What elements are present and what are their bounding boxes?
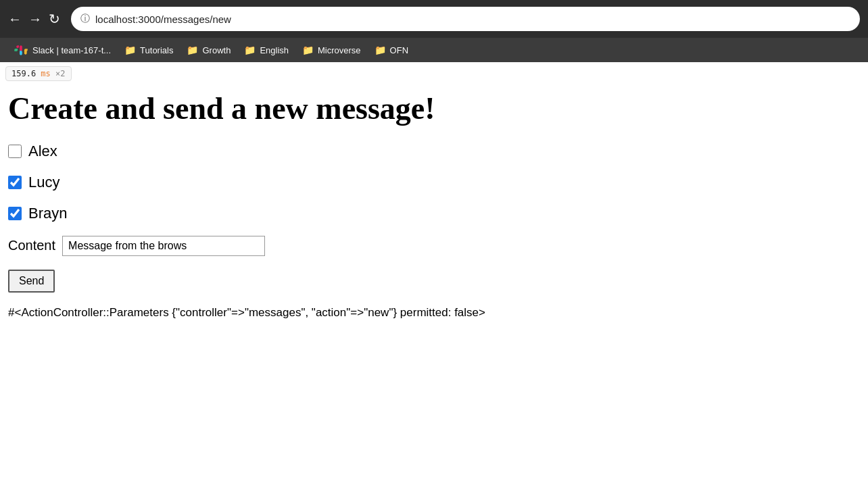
bookmark-microverse-label: Microverse: [318, 45, 361, 55]
folder-icon-growth: 📁: [187, 45, 198, 55]
reload-button[interactable]: ↻: [49, 11, 60, 27]
bookmark-english[interactable]: 📁 English: [239, 42, 294, 58]
bookmark-slack-label: Slack | team-167-t...: [32, 45, 111, 55]
recipients-group: Alex Lucy Brayn: [8, 143, 860, 222]
perf-multiplier: ×2: [55, 69, 65, 78]
checkbox-alex[interactable]: [8, 145, 22, 158]
bookmark-tutorials-label: Tutorials: [140, 45, 173, 55]
forward-button[interactable]: →: [28, 11, 42, 27]
content-input[interactable]: [62, 236, 265, 256]
folder-icon-tutorials: 📁: [124, 45, 136, 55]
bookmarks-bar: Slack | team-167-t... 📁 Tutorials 📁 Grow…: [0, 38, 868, 62]
info-icon: ⓘ: [80, 13, 90, 25]
page-title: Create and send a new message!: [8, 92, 860, 126]
checkbox-lucy[interactable]: [8, 176, 22, 189]
url-text: localhost:3000/messages/new: [95, 14, 231, 25]
label-lucy: Lucy: [28, 174, 59, 191]
slack-icon: [14, 43, 28, 57]
label-alex: Alex: [28, 143, 57, 160]
params-text: #<ActionController::Parameters {"control…: [8, 306, 860, 320]
recipient-brayn: Brayn: [8, 205, 860, 222]
performance-badge: 159.6 ms ×2: [5, 66, 72, 81]
address-bar[interactable]: ⓘ localhost:3000/messages/new: [71, 7, 860, 31]
folder-icon-english: 📁: [244, 45, 256, 55]
folder-icon-ofn: 📁: [375, 45, 386, 55]
page-content: Create and send a new message! Alex Lucy…: [0, 85, 868, 333]
bookmark-ofn[interactable]: 📁 OFN: [369, 42, 414, 58]
bookmark-slack[interactable]: Slack | team-167-t...: [8, 40, 116, 60]
bookmark-tutorials[interactable]: 📁 Tutorials: [119, 42, 178, 58]
back-button[interactable]: ←: [8, 11, 22, 27]
perf-value: 159.6: [11, 69, 36, 78]
perf-unit: ms: [36, 69, 51, 78]
nav-buttons: ← → ↻: [8, 11, 60, 27]
folder-icon-microverse: 📁: [302, 45, 314, 55]
bookmark-microverse[interactable]: 📁 Microverse: [297, 42, 366, 58]
label-brayn: Brayn: [28, 205, 67, 222]
checkbox-brayn[interactable]: [8, 207, 22, 220]
bookmark-growth-label: Growth: [202, 45, 231, 55]
browser-chrome: ← → ↻ ⓘ localhost:3000/messages/new: [0, 0, 868, 38]
bookmark-ofn-label: OFN: [390, 45, 408, 55]
content-row: Content: [8, 236, 860, 256]
content-label: Content: [8, 238, 55, 253]
recipient-lucy: Lucy: [8, 174, 860, 191]
send-button[interactable]: Send: [8, 270, 55, 293]
bookmark-english-label: English: [260, 45, 289, 55]
bookmark-growth[interactable]: 📁 Growth: [181, 42, 236, 58]
recipient-alex: Alex: [8, 143, 860, 160]
